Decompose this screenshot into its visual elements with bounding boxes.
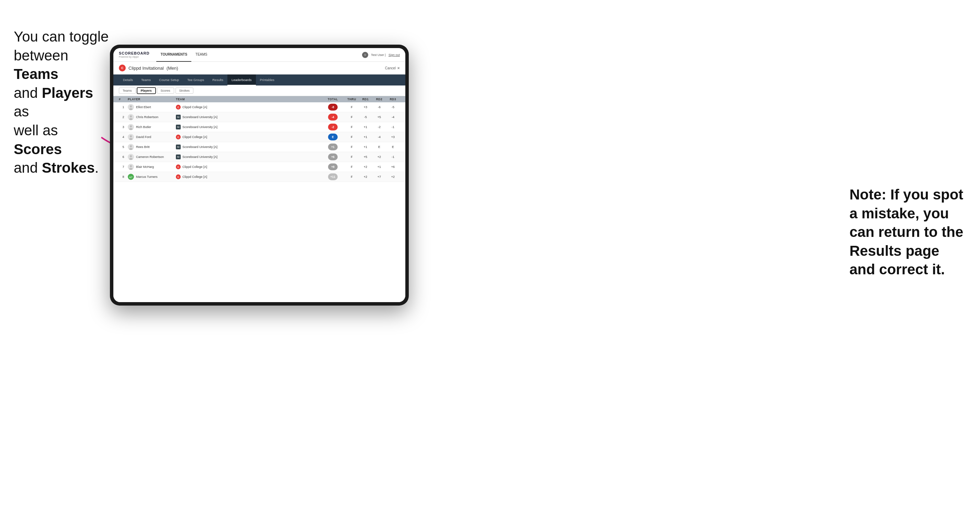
table-row[interactable]: 6 Cameron Robertson SU Scoreboard Univer… [113, 152, 405, 162]
toggle-bar: Teams Players Scores Strokes [113, 86, 405, 96]
rd1-cell: +2 [359, 165, 372, 168]
team-info: C Clippd College [A] [176, 105, 321, 110]
note-bold: Note: If you spot a mistake, you can ret… [850, 186, 963, 278]
rank-cell: 8 [119, 175, 128, 179]
table-row[interactable]: 8 MT Marcus Turners C Clippd College [A]… [113, 172, 405, 182]
sign-out-link[interactable]: Sign out [388, 53, 400, 57]
team-name: Clippd College [A] [182, 175, 207, 179]
right-annotation: Note: If you spot a mistake, you can ret… [850, 186, 966, 279]
nav-teams[interactable]: TEAMS [191, 48, 211, 62]
table-row[interactable]: 4 David Ford C Clippd College [A] E F +1… [113, 132, 405, 142]
toggle-players-button[interactable]: Players [137, 87, 156, 94]
player-avatar [128, 154, 134, 160]
user-name: Test User | [371, 53, 386, 57]
rd2-cell: +5 [372, 115, 386, 119]
tab-results[interactable]: Results [208, 75, 228, 86]
table-row[interactable]: 7 Blair McHarg C Clippd College [A] +8 F… [113, 162, 405, 172]
player-name: David Ford [136, 135, 151, 139]
team-info: C Clippd College [A] [176, 175, 321, 179]
tab-tee-groups[interactable]: Tee Groups [183, 75, 208, 86]
rd1-cell: -5 [359, 115, 372, 119]
tab-course-setup[interactable]: Course Setup [155, 75, 183, 86]
table-row[interactable]: 1 Elliot Ebert C Clippd College [A] -8 F… [113, 102, 405, 112]
logo-sub: Powered by clippd [119, 56, 150, 58]
rd2-cell: -2 [372, 125, 386, 129]
rd1-cell: +2 [359, 175, 372, 179]
tab-details[interactable]: Details [119, 75, 137, 86]
toggle-scores-button[interactable]: Scores [157, 87, 174, 94]
strokes-bold: Strokes [42, 160, 95, 176]
nav-tournaments[interactable]: TOURNAMENTS [156, 48, 191, 62]
score-badge: -8 [328, 104, 338, 111]
cancel-label: Cancel [385, 66, 396, 70]
thru-cell: F [345, 175, 359, 179]
toggle-teams-button[interactable]: Teams [119, 87, 136, 94]
tab-teams[interactable]: Teams [137, 75, 155, 86]
col-rank: # [119, 97, 128, 101]
rd3-cell: -1 [386, 155, 400, 159]
cancel-button[interactable]: Cancel ✕ [385, 66, 400, 70]
rank-cell: 5 [119, 145, 128, 149]
table-row[interactable]: 5 Rees Britt SU Scoreboard University [A… [113, 142, 405, 152]
total-cell: -2 [321, 124, 345, 130]
total-cell: +6 [321, 154, 345, 160]
col-team: TEAM [176, 97, 321, 101]
player-avatar [128, 164, 134, 170]
cancel-icon: ✕ [397, 66, 400, 70]
player-info: MT Marcus Turners [128, 174, 176, 180]
team-logo-scoreboard: SU [176, 125, 181, 129]
tournament-name: Clippd Invitational [129, 65, 164, 71]
tournament-header: C Clippd Invitational (Men) Cancel ✕ [113, 62, 405, 75]
team-name: Clippd College [A] [182, 165, 207, 168]
thru-cell: F [345, 115, 359, 119]
table-row[interactable]: 2 Chris Robertson SU Scoreboard Universi… [113, 112, 405, 122]
players-bold: Players [42, 85, 93, 101]
svg-point-5 [130, 115, 132, 117]
rank-cell: 1 [119, 105, 128, 109]
rank-cell: 6 [119, 155, 128, 159]
player-avatar [128, 134, 134, 140]
tablet-frame: SCOREBOARD Powered by clippd TOURNAMENTS… [110, 44, 409, 306]
team-logo-clippd: C [176, 135, 181, 140]
thru-cell: F [345, 135, 359, 139]
table-row[interactable]: 3 Rich Butler SU Scoreboard University [… [113, 122, 405, 132]
team-name: Clippd College [A] [182, 105, 207, 109]
svg-point-8 [130, 125, 132, 127]
team-logo-clippd: C [176, 165, 181, 169]
total-cell: +8 [321, 163, 345, 170]
total-cell: -4 [321, 114, 345, 121]
sub-nav: Details Teams Course Setup Tee Groups Re… [113, 75, 405, 86]
col-rd2: RD2 [372, 97, 386, 101]
player-info: Chris Robertson [128, 114, 176, 120]
rd2-cell: +2 [372, 155, 386, 159]
tab-printables[interactable]: Printables [256, 75, 278, 86]
team-logo-clippd: C [176, 105, 181, 110]
tablet-screen: SCOREBOARD Powered by clippd TOURNAMENTS… [113, 48, 405, 302]
rd1-cell: +1 [359, 135, 372, 139]
tab-leaderboards[interactable]: Leaderboards [228, 75, 256, 86]
total-cell: E [321, 133, 345, 140]
svg-text:MT: MT [129, 176, 133, 179]
player-name: Marcus Turners [136, 175, 158, 179]
team-logo-clippd: C [176, 175, 181, 179]
player-avatar: MT [128, 174, 134, 180]
team-name: Scoreboard University [A] [182, 145, 218, 149]
score-badge: +6 [328, 154, 338, 160]
svg-point-14 [130, 145, 132, 147]
player-info: Rees Britt [128, 144, 176, 150]
toggle-strokes-button[interactable]: Strokes [175, 87, 194, 94]
player-name: Elliot Ebert [136, 105, 151, 109]
player-name: Cameron Robertson [136, 155, 164, 159]
player-info: Cameron Robertson [128, 154, 176, 160]
player-avatar [128, 144, 134, 150]
team-logo-scoreboard: SU [176, 115, 181, 119]
rank-cell: 3 [119, 125, 128, 129]
player-info: Rich Butler [128, 124, 176, 130]
table-body: 1 Elliot Ebert C Clippd College [A] -8 F… [113, 102, 405, 182]
rank-cell: 4 [119, 135, 128, 139]
svg-point-11 [130, 135, 132, 137]
svg-point-17 [130, 155, 132, 157]
player-name: Blair McHarg [136, 165, 154, 168]
nav-links: TOURNAMENTS TEAMS [156, 48, 362, 62]
top-nav: SCOREBOARD Powered by clippd TOURNAMENTS… [113, 48, 405, 62]
